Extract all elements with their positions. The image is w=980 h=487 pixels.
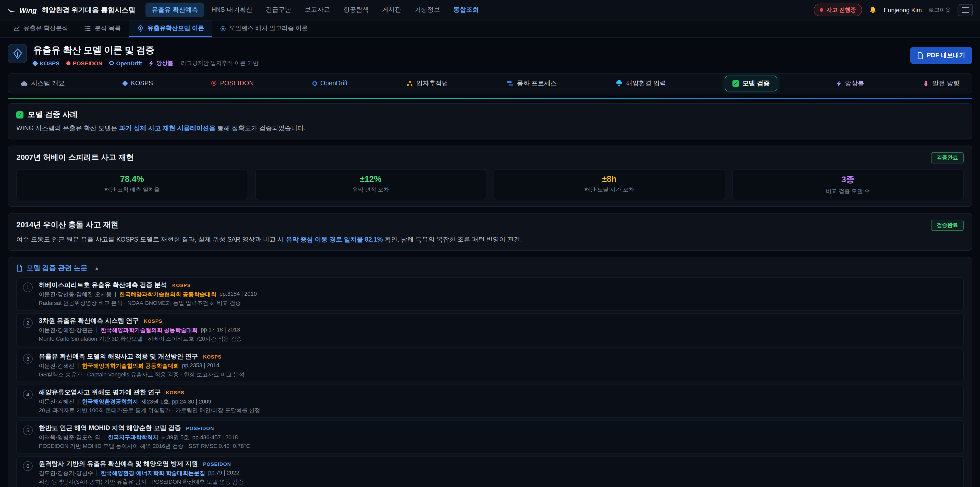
paper-model-tag: KOSPS [203, 354, 222, 359]
chart-icon [13, 25, 20, 32]
cloud-icon [21, 80, 27, 86]
paper-model-tag: POSEIDON [186, 425, 214, 431]
paper-number: 6 [23, 461, 33, 471]
paper-venue: 한국해양과학기술협의회 공동학술대회 [82, 362, 179, 370]
tab-spill-analysis[interactable]: 유출유 확산분석 [5, 21, 76, 37]
tag-ensemble: 앙상블 [149, 59, 173, 67]
tab-oil-boom-theory[interactable]: 오일펜스 배치 알고리즘 이론 [212, 21, 316, 37]
paper-item[interactable]: 6 원격탐사 기반의 유출유 확산예측 및 해양오염 방제 지원 POSEIDO… [16, 456, 964, 487]
sub-tabbar: 유출유 확산분석 분석 목록 유출유확산모델 이론 오일펜스 배치 알고리즘 이… [0, 21, 980, 38]
paper-title[interactable]: 한반도 인근 해역 MOHID 지역 해양순환 모델 검증 [39, 424, 181, 433]
wuisan-highlight: 유막 중심 이동 경로 일치율 82.1% [286, 236, 383, 243]
pdf-export-button[interactable]: PDF 내보내기 [910, 47, 972, 64]
paper-number: 2 [23, 318, 33, 328]
paper-item[interactable]: 2 3차원 유출유 확산예측 시스템 연구 KOSPS 이문진·김혜진·강관근 … [16, 313, 964, 346]
snav-particle-tracking[interactable]: 입자추적법 [406, 79, 448, 88]
snav-weathering[interactable]: 풍화 프로세스 [507, 79, 557, 88]
paper-number: 4 [23, 390, 33, 399]
page-subtitle: 라그랑지안 입자추적 이론 기반 [181, 59, 259, 67]
paper-authors: 이문진·김혜진·강관근 [39, 326, 93, 334]
paper-venue: 한국해양과학기술협의회 공동학술대회 [100, 326, 197, 334]
check-square-icon [16, 111, 24, 118]
layers-icon [507, 80, 513, 86]
papers-card: 모델 검증 관련 논문 ▲ 1 허베이스피리트호 유출유 확산예측 검증 분석 … [8, 257, 972, 487]
paper-title[interactable]: 3차원 유출유 확산예측 시스템 연구 [39, 317, 139, 325]
nav-item-hns[interactable]: HNS·대기확산 [205, 3, 259, 18]
separator: | [115, 291, 116, 298]
wuisan-text: 여수 오동도 인근 원유 유출 사고를 KOSPS 모델로 재현한 결과, 실제… [16, 235, 964, 244]
rocket-icon [923, 80, 929, 86]
snav-model-validation[interactable]: 모델 검증 [724, 75, 777, 91]
bolt-icon [149, 60, 154, 66]
page-header-text: 유출유 확산 모델 이론 및 검증 KOSPS POSEIDON OpenDri… [33, 44, 259, 67]
nav-item-integrated-search[interactable]: 통합조회 [447, 3, 485, 18]
card-title: 모델 검증 사례 [27, 110, 78, 120]
tab-analysis-list[interactable]: 분석 목록 [76, 21, 129, 37]
incident-status-badge[interactable]: 사고 진행중 [814, 3, 862, 16]
ring-icon [109, 61, 114, 65]
snav-system-overview[interactable]: 시스템 개요 [21, 79, 65, 88]
nav-item-rescue[interactable]: 긴급구난 [259, 3, 298, 18]
collapse-toggle-icon[interactable]: ▲ [95, 266, 99, 271]
paper-item[interactable]: 4 해양유류오염사고 위해도 평가에 관한 연구 KOSPS 이문진·김혜진 |… [16, 385, 964, 418]
paper-venue: 한국해양과학기술협의회 공동학술대회 [119, 291, 216, 298]
paper-item[interactable]: 1 허베이스피리트호 유출유 확산예측 검증 분석 KOSPS 이문진·강선동·… [16, 277, 964, 311]
stat-model-count: 3종 비교 검증 모델 수 [732, 169, 964, 200]
paper-title[interactable]: 허베이스피리트호 유출유 확산예측 검증 분석 [39, 281, 167, 290]
paper-meta: pp.17-18 | 2013 [201, 326, 240, 334]
snav-ocean-env-input[interactable]: 해양환경 입력 [615, 79, 666, 88]
top-navbar: Wing 해양환경 위기대응 통합시스템 유출유 확산예측 HNS·대기확산 긴… [0, 0, 980, 21]
brand[interactable]: Wing 해양환경 위기대응 통합시스템 [7, 5, 135, 14]
alert-dot-icon [820, 8, 823, 12]
particles-icon [406, 80, 413, 86]
tab-model-theory[interactable]: 유출유확산모델 이론 [129, 21, 212, 37]
separator: | [96, 469, 98, 477]
paper-title[interactable]: 유출유 확산예측 모델의 해양사고 적용 및 개선방안 연구 [39, 353, 198, 361]
stat-coastal-match: 78.4% 해안 표착 예측 일치율 [16, 169, 248, 200]
paper-title[interactable]: 해양유류오염사고 위해도 평가에 관한 연구 [39, 388, 161, 397]
paper-description: Radarsat 인공위성영상 비교 분석 · NOAA GNOME과 동일 입… [39, 299, 257, 307]
stat-slick-area-error: ±12% 유막 면적 오차 [255, 169, 487, 200]
paper-number: 3 [23, 354, 33, 364]
snav-poseidon[interactable]: POSEIDON [211, 80, 254, 87]
bell-icon[interactable] [869, 6, 877, 14]
paper-model-tag: POSEIDON [203, 461, 231, 467]
nav-item-aerial-search[interactable]: 항공탐색 [337, 3, 375, 18]
nav-item-board[interactable]: 게시판 [376, 3, 407, 18]
paper-meta: pp.3154 | 2010 [220, 291, 257, 298]
paper-description: 위성 원격탐사(SAR·광학) 기반 유출유 탐지 · POSEIDON 확산예… [39, 478, 243, 486]
wing-logo-icon [7, 6, 15, 14]
paper-list: 1 허베이스피리트호 유출유 확산예측 검증 분석 KOSPS 이문진·강선동·… [16, 277, 964, 487]
page-title: 유출유 확산 모델 이론 및 검증 [33, 44, 259, 56]
hamburger-menu-icon[interactable] [958, 4, 973, 16]
tag-poseidon: POSEIDON [66, 60, 102, 66]
paper-description: POSEIDON 기반 MOHID 모델 동아시아 해역 2016년 검증 · … [39, 442, 250, 450]
page-icon-pen-nib [8, 44, 27, 63]
paper-authors: 김도연·김종기·양찬수 [39, 469, 93, 477]
main-content: 유출유 확산 모델 이론 및 검증 KOSPS POSEIDON OpenDri… [0, 38, 980, 487]
paper-meta: 제39권 5호, pp.436-457 | 2018 [162, 434, 238, 441]
document-icon [917, 52, 923, 59]
section-divider-gradient [8, 98, 972, 99]
intro-highlight: 과거 실제 사고 재현 시뮬레이션을 [119, 125, 216, 132]
paper-venue: 한국해양환경·에너지학회 학술대회논문집 [100, 469, 205, 477]
nav-item-reports[interactable]: 보고자료 [298, 3, 336, 18]
paper-item[interactable]: 5 한반도 인근 해역 MOHID 지역 해양순환 모델 검증 POSEIDON… [16, 420, 964, 453]
paper-authors: 이문진·강선동·김혜진·오세웅 [39, 291, 112, 298]
paper-title[interactable]: 원격탐사 기반의 유출유 확산예측 및 해양오염 방제 지원 [39, 460, 198, 468]
section-nav: 시스템 개요 KOSPS POSEIDON OpenDrift 입자추적법 [8, 73, 972, 93]
nav-item-weather[interactable]: 기상정보 [408, 3, 446, 18]
check-square-icon [732, 80, 739, 86]
paper-item[interactable]: 3 유출유 확산예측 모델의 해양사고 적용 및 개선방안 연구 KOSPS 이… [16, 349, 964, 382]
nav-item-oil-spill-forecast[interactable]: 유출유 확산예측 [145, 3, 204, 18]
tab-label: 유출유확산모델 이론 [147, 24, 204, 33]
document-icon [16, 265, 22, 272]
snav-opendrift[interactable]: OpenDrift [312, 80, 348, 87]
snav-future-direction[interactable]: 발전 방향 [923, 79, 959, 88]
snav-kosps[interactable]: KOSPS [123, 80, 153, 87]
logout-button[interactable]: 로그아웃 [928, 6, 951, 14]
verified-badge: 검증완료 [931, 152, 964, 163]
separator: | [77, 362, 79, 370]
validation-intro-card: 모델 검증 사례 WING 시스템의 유출유 확산 모델은 과거 실제 사고 재… [8, 103, 972, 139]
snav-ensemble[interactable]: 앙상블 [836, 79, 864, 88]
